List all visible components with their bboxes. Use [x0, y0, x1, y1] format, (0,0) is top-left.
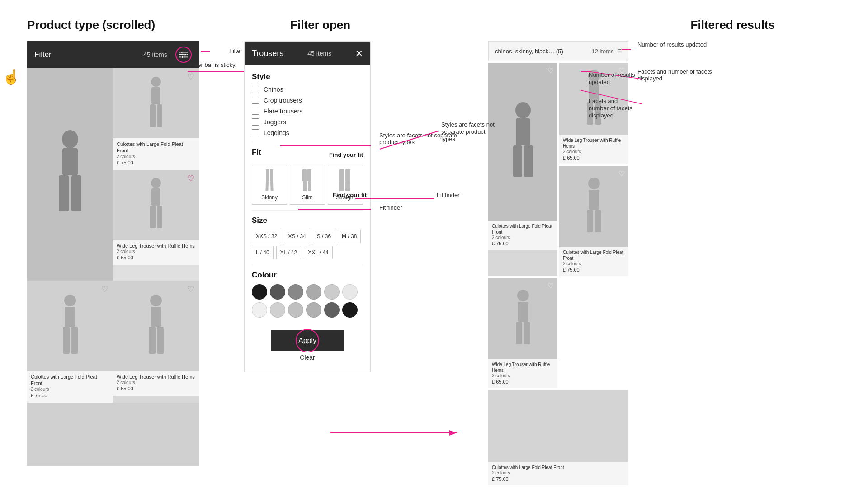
fit-section-title: Fit [252, 148, 261, 157]
sticky-arrow-line [201, 51, 210, 52]
result-heart-1[interactable]: ♡ [547, 66, 554, 75]
size-xl42[interactable]: XL / 42 [276, 246, 302, 259]
result-heart-4[interactable]: ♡ [547, 282, 554, 290]
styles-annotation-line [280, 145, 371, 146]
svg-point-46 [588, 178, 600, 189]
size-m38[interactable]: M / 38 [338, 230, 361, 243]
clear-link[interactable]: Clear [300, 354, 315, 361]
fit-option-straight-label: Straight [330, 194, 361, 201]
result-heart-3[interactable]: ♡ [618, 169, 625, 178]
colour-swatch-10[interactable] [306, 302, 321, 318]
style-section-title: Style [252, 72, 363, 81]
svg-point-18 [64, 295, 76, 306]
result-price-2: £ 65.00 [563, 155, 625, 160]
checkbox-leggings-label: Leggings [264, 129, 289, 136]
colour-swatch-11[interactable] [324, 302, 340, 318]
scroll-up-icon: ☝ [2, 68, 20, 85]
product-title-4: Wide Leg Trouser with Ruffle Hems [117, 374, 195, 380]
svg-rect-19 [65, 307, 75, 327]
svg-rect-39 [516, 118, 530, 145]
colour-swatch-5[interactable] [324, 284, 340, 300]
result-card-row3-right: Wide Leg Trouser with Ruffle Hems 2 colo… [488, 278, 557, 388]
straight-trouser-icon [338, 169, 353, 193]
svg-rect-35 [345, 169, 350, 181]
checkbox-leggings-input[interactable] [252, 129, 259, 136]
fit-option-straight[interactable]: Straight [328, 166, 363, 205]
svg-rect-20 [63, 327, 70, 354]
colour-swatch-2[interactable] [270, 284, 285, 300]
svg-rect-12 [150, 104, 156, 127]
svg-point-42 [588, 70, 600, 82]
size-xxs32[interactable]: XXS / 32 [252, 230, 281, 243]
result-card-large: Culottes with Large Fold Pleat Front 2 c… [488, 63, 557, 276]
product-price: £ 75.00 [117, 160, 195, 165]
facets-annotation-text: Facets and number of facets displayed [637, 68, 732, 82]
section-heading-filter: Filter open [290, 18, 500, 32]
size-l40[interactable]: L / 40 [252, 246, 274, 259]
svg-point-22 [150, 295, 162, 306]
wishlist-heart-icon-4[interactable]: ♡ [187, 284, 194, 294]
svg-rect-24 [149, 327, 156, 354]
wishlist-heart-icon[interactable]: ♡ [187, 72, 194, 82]
apply-button-circle-highlight [296, 329, 319, 352]
style-section: Style Chinos Crop trousers Flare trouser… [252, 72, 363, 136]
result-colors-3: 2 colours [563, 261, 625, 266]
close-filter-button[interactable]: ✕ [355, 48, 363, 59]
checkbox-joggers-label: Joggers [264, 118, 286, 126]
svg-rect-36 [339, 181, 344, 191]
size-divider [252, 265, 363, 265]
result-price-3: £ 75.00 [563, 267, 625, 272]
filter-panel: Trousers 45 items ✕ Style Chinos Crop tr… [244, 41, 371, 372]
panel-scrolled: ☝ Filter 45 items [27, 41, 199, 466]
checkbox-joggers[interactable]: Joggers [252, 118, 363, 126]
colour-swatch-8[interactable] [270, 302, 285, 318]
svg-rect-53 [524, 322, 530, 344]
product-colors-3: 2 colours [31, 387, 109, 392]
colour-swatch-12[interactable] [342, 302, 358, 318]
result-title-1: Culottes with Large Fold Pleat Front [492, 223, 554, 235]
filter-icon-button[interactable] [175, 47, 192, 63]
checkbox-flare-input[interactable] [252, 108, 259, 115]
items-count-scrolled: 45 items [143, 51, 167, 58]
colour-swatch-9[interactable] [288, 302, 303, 318]
size-s36[interactable]: S / 36 [313, 230, 335, 243]
svg-point-10 [151, 77, 161, 87]
checkbox-crop-trousers[interactable]: Crop trousers [252, 97, 363, 104]
product-card-large-left [27, 68, 113, 281]
colour-swatch-3[interactable] [288, 284, 303, 300]
result-heart-2[interactable]: ♡ [618, 66, 625, 75]
svg-rect-21 [71, 327, 78, 354]
product-title-2: Wide Leg Trouser with Ruffle Hems [117, 243, 195, 249]
filter-panel-title: Trousers [252, 49, 283, 58]
colour-swatch-1[interactable] [252, 284, 267, 300]
checkbox-leggings[interactable]: Leggings [252, 129, 363, 136]
size-xxl44[interactable]: XXL / 44 [304, 246, 333, 259]
result-colors-2: 2 colours [563, 149, 625, 154]
result-colors-1: 2 colours [492, 235, 554, 240]
svg-rect-16 [150, 206, 156, 228]
wishlist-heart-icon-3[interactable]: ♡ [101, 284, 108, 294]
checkbox-joggers-input[interactable] [252, 118, 259, 126]
results-facets: chinos, skinny, black… (5) [495, 48, 563, 55]
svg-rect-51 [518, 302, 528, 322]
fit-option-slim[interactable]: Slim [290, 166, 325, 205]
checkbox-chinos-input[interactable] [252, 86, 259, 93]
skinny-trouser-icon [264, 169, 275, 193]
checkbox-chinos[interactable]: Chinos [252, 86, 363, 93]
fit-option-skinny[interactable]: Skinny [252, 166, 287, 205]
filter-panel-count: 45 items [307, 50, 331, 57]
result-title-3: Culottes with Large Fold Pleat Front [563, 249, 625, 261]
colour-grid [252, 284, 363, 318]
svg-rect-26 [266, 169, 269, 181]
checkbox-flare-trousers[interactable]: Flare trousers [252, 108, 363, 115]
svg-rect-17 [157, 206, 162, 228]
product-price-2: £ 65.00 [117, 255, 195, 260]
colour-swatch-6[interactable] [342, 284, 358, 300]
wishlist-heart-icon-2[interactable]: ♡ [187, 174, 194, 183]
slim-trouser-icon [301, 169, 314, 193]
colour-swatch-4[interactable] [306, 284, 321, 300]
size-xs34[interactable]: XS / 34 [284, 230, 310, 243]
checkbox-crop-input[interactable] [252, 97, 259, 104]
colour-swatch-7[interactable] [252, 302, 267, 318]
result-card-info-1: Culottes with Large Fold Pleat Front 2 c… [488, 221, 557, 250]
